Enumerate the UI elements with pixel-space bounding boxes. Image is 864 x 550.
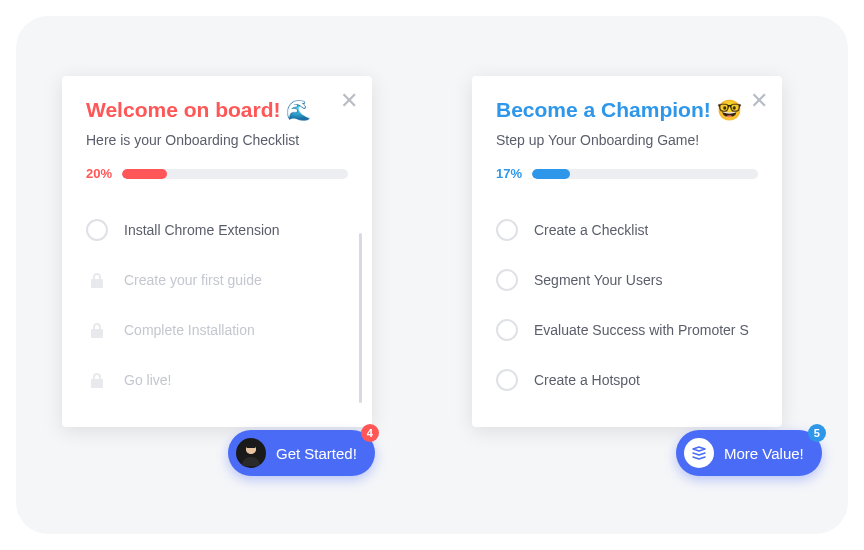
progress-row: 17%	[496, 166, 758, 181]
app-container: ✕ Welcome on board! 🌊 Here is your Onboa…	[16, 16, 848, 534]
checklist-item[interactable]: Install Chrome Extension	[86, 205, 348, 255]
onboarding-card-champion: ✕ Become a Champion! 🤓 Step up Your Onbo…	[472, 76, 782, 427]
check-circle-icon	[496, 369, 518, 391]
lock-icon	[86, 319, 108, 341]
more-value-button[interactable]: More Value! 5	[676, 430, 822, 476]
check-circle-icon	[496, 219, 518, 241]
card-title-text: Become a Champion!	[496, 98, 711, 122]
progress-percent: 20%	[86, 166, 112, 181]
progress-row: 20%	[86, 166, 348, 181]
progress-bar	[532, 169, 758, 179]
lock-icon	[86, 369, 108, 391]
checklist: Install Chrome Extension Create your fir…	[86, 205, 348, 405]
checklist-item-label: Complete Installation	[124, 322, 255, 338]
cta-label: Get Started!	[276, 445, 357, 462]
checklist-item-label: Go live!	[124, 372, 171, 388]
check-circle-icon	[86, 219, 108, 241]
checklist-item-label: Create your first guide	[124, 272, 262, 288]
avatar-icon	[236, 438, 266, 468]
progress-bar	[122, 169, 348, 179]
onboarding-card-welcome: ✕ Welcome on board! 🌊 Here is your Onboa…	[62, 76, 372, 427]
checklist-item-label: Segment Your Users	[534, 272, 662, 288]
checklist-item-label: Create a Hotspot	[534, 372, 640, 388]
nerd-emoji-icon: 🤓	[717, 98, 742, 122]
checklist-item-label: Evaluate Success with Promoter S	[534, 322, 749, 338]
progress-percent: 17%	[496, 166, 522, 181]
check-circle-icon	[496, 269, 518, 291]
checklist-item: Complete Installation	[86, 305, 348, 355]
progress-fill	[122, 169, 167, 179]
checklist-item-label: Create a Checklist	[534, 222, 648, 238]
cta-label: More Value!	[724, 445, 804, 462]
progress-fill	[532, 169, 570, 179]
lock-icon	[86, 269, 108, 291]
wave-emoji-icon: 🌊	[286, 98, 311, 122]
get-started-button[interactable]: Get Started! 4	[228, 430, 375, 476]
stack-icon	[684, 438, 714, 468]
card-title-text: Welcome on board!	[86, 98, 280, 122]
card-title: Welcome on board! 🌊	[86, 98, 348, 122]
notification-badge: 4	[361, 424, 379, 442]
card-subtitle: Step up Your Onboarding Game!	[496, 132, 758, 148]
notification-badge: 5	[808, 424, 826, 442]
checklist-item[interactable]: Create a Checklist	[496, 205, 758, 255]
close-icon[interactable]: ✕	[340, 90, 358, 112]
card-subtitle: Here is your Onboarding Checklist	[86, 132, 348, 148]
card-title: Become a Champion! 🤓	[496, 98, 758, 122]
checklist-item: Go live!	[86, 355, 348, 405]
checklist-item[interactable]: Segment Your Users	[496, 255, 758, 305]
checklist-item[interactable]: Create a Hotspot	[496, 355, 758, 405]
checklist-item[interactable]: Evaluate Success with Promoter S	[496, 305, 758, 355]
scrollbar[interactable]	[359, 233, 362, 403]
check-circle-icon	[496, 319, 518, 341]
checklist-item: Create your first guide	[86, 255, 348, 305]
close-icon[interactable]: ✕	[750, 90, 768, 112]
checklist-item-label: Install Chrome Extension	[124, 222, 280, 238]
checklist: Create a Checklist Segment Your Users Ev…	[496, 205, 758, 405]
